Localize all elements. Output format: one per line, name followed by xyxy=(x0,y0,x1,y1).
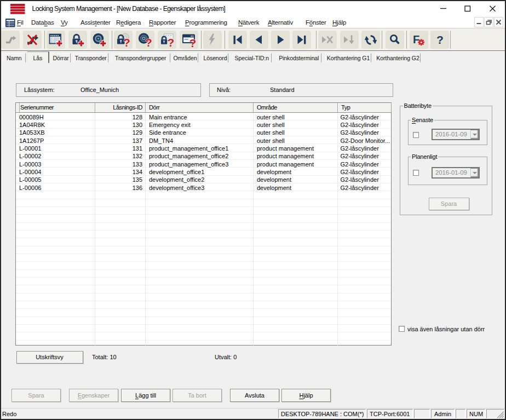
svg-text:F: F xyxy=(413,33,419,45)
svg-text:?: ? xyxy=(189,37,197,48)
svg-text:?: ? xyxy=(168,36,175,47)
svg-text:?: ? xyxy=(123,36,130,47)
svg-text:?: ? xyxy=(145,36,152,47)
svg-text:?: ? xyxy=(436,33,444,46)
